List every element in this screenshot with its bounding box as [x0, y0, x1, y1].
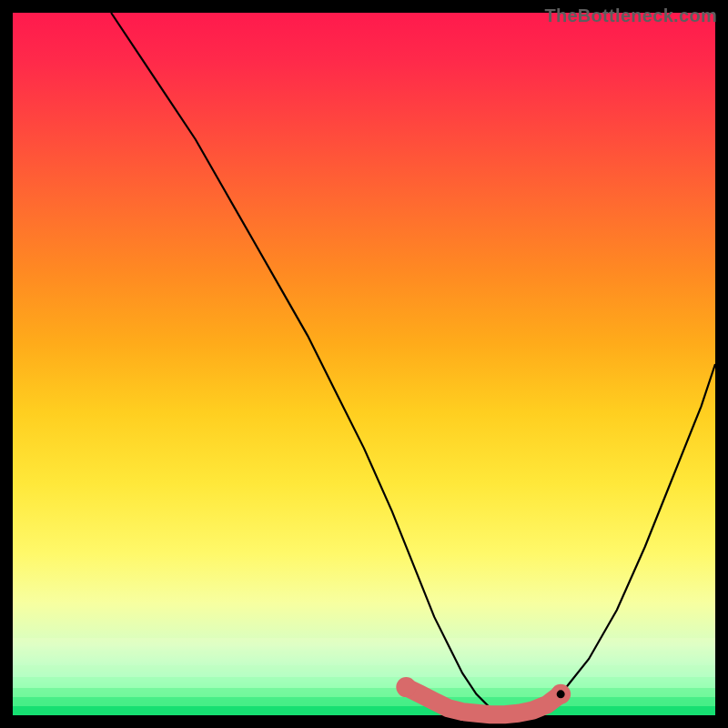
- watermark-label: TheBottleneck.com: [544, 5, 717, 26]
- bottleneck-curve-svg: [13, 13, 715, 715]
- bottleneck-curve: [111, 13, 715, 715]
- optimal-band-cap: [396, 677, 416, 697]
- chart-stage: TheBottleneck.com: [0, 0, 728, 728]
- optimal-point-dot: [557, 690, 565, 698]
- chart-plot-area: [13, 13, 715, 715]
